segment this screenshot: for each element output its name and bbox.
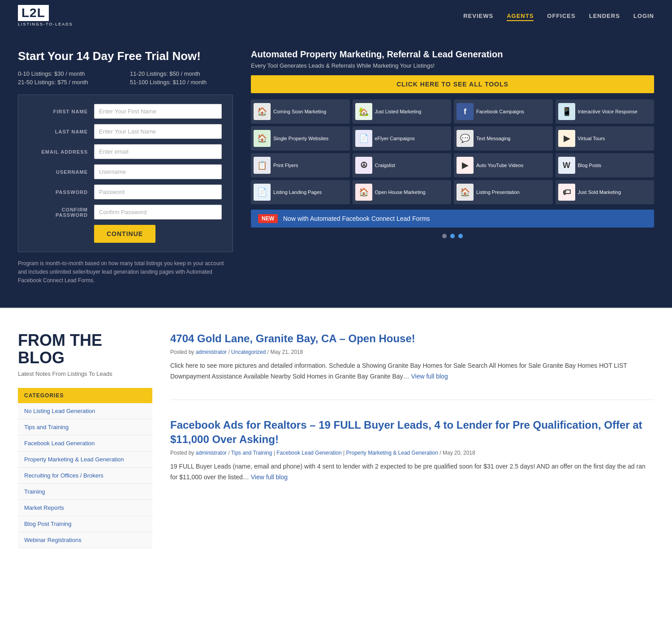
email-input[interactable] (94, 144, 222, 159)
category-item-0[interactable]: No Listing Lead Generation (18, 403, 152, 419)
nav-link-offices[interactable]: OFFICES (547, 13, 575, 19)
nav-item-reviews[interactable]: REVIEWS (463, 12, 493, 20)
continue-button[interactable]: CONTINUE (94, 225, 155, 243)
category-item-7[interactable]: Blog Post Training (18, 516, 152, 532)
tool-item-11[interactable]: W Blog Posts (556, 153, 655, 177)
nav-item-agents[interactable]: AGENTS (507, 12, 534, 20)
pricing-0-10: 0-10 Listings: $30 / month (18, 70, 121, 77)
pricing-11-20: 11-20 Listings: $50 / month (130, 70, 233, 77)
tool-label-3: Interactive Voice Response (578, 108, 638, 115)
nav-link-reviews[interactable]: REVIEWS (463, 13, 493, 19)
post-1-body: 19 FULL Buyer Leads (name, email and pho… (170, 461, 654, 483)
form-title: Start Your 14 Day Free Trial Now! (18, 49, 233, 63)
blog-post-0: 4704 Gold Lane, Granite Bay, CA – Open H… (170, 331, 654, 400)
tools-grid: 🏠 Coming Soon Marketing 🏡 Just Listed Ma… (251, 99, 654, 204)
category-item-6[interactable]: Market Reports (18, 500, 152, 516)
category-item-2[interactable]: Facebook Lead Generation (18, 435, 152, 452)
nav-item-lenders[interactable]: LENDERS (589, 12, 620, 20)
email-row: EMAIL ADDRESS (29, 144, 222, 159)
nav-link-lenders[interactable]: LENDERS (589, 13, 620, 19)
logo-subtitle: LISTINGS-TO-LEADS (18, 22, 73, 26)
blog-posts: 4704 Gold Lane, Granite Bay, CA – Open H… (170, 331, 654, 548)
tool-icon-15: 🏷 (558, 184, 575, 201)
nav-item-offices[interactable]: OFFICES (547, 12, 575, 20)
post-1-cat-2[interactable]: Facebook Lead Generation (276, 450, 341, 456)
tool-label-14: Listing Presentation (476, 189, 520, 195)
category-item-4[interactable]: Recruiting for Offices / Brokers (18, 468, 152, 484)
tool-item-5[interactable]: 📄 eFlyer Campaigns (353, 126, 452, 151)
post-1-meta: Posted by administrator / Tips and Train… (170, 450, 654, 456)
post-0-view-full[interactable]: View full blog (411, 373, 448, 380)
confirm-password-input[interactable] (94, 205, 222, 219)
blog-post-1: Facebook Ads for Realtors – 19 FULL Buye… (170, 418, 654, 500)
first-name-label: FIRST NAME (29, 109, 94, 114)
tool-icon-10: ▶ (457, 157, 474, 174)
logo-text: L2L (18, 5, 49, 21)
tool-item-15[interactable]: 🏷 Just Sold Marketing (556, 180, 655, 204)
tool-item-3[interactable]: 📱 Interactive Voice Response (556, 99, 655, 124)
tool-item-14[interactable]: 🏠 Listing Presentation (454, 180, 553, 204)
post-0-category[interactable]: Uncategorized (231, 349, 266, 355)
tools-section: Automated Property Marketing, Referral &… (251, 49, 654, 238)
post-0-date: May 21, 2018 (270, 349, 303, 355)
category-item-3[interactable]: Property Marketing & Lead Generation (18, 452, 152, 468)
tool-icon-14: 🏠 (457, 184, 474, 201)
tool-icon-5: 📄 (355, 130, 372, 147)
tool-item-12[interactable]: 📄 Listing Landing Pages (251, 180, 350, 204)
post-1-cat-3[interactable]: Property Marketing & Lead Generation (346, 450, 438, 456)
tool-icon-4: 🏠 (254, 130, 271, 147)
post-1-view-full[interactable]: View full blog (251, 473, 288, 481)
tool-item-1[interactable]: 🏡 Just Listed Marketing (353, 99, 452, 124)
tools-cta-button[interactable]: CLICK HERE TO SEE ALL TOOLS (251, 75, 654, 93)
post-1-author[interactable]: administrator (196, 450, 227, 456)
pricing-21-50: 21-50 Listings: $75 / month (18, 79, 121, 86)
post-1-title[interactable]: Facebook Ads for Realtors – 19 FULL Buye… (170, 418, 654, 446)
tool-item-10[interactable]: ▶ Auto YouTube Videos (454, 153, 553, 177)
nav-link-agents[interactable]: AGENTS (507, 13, 534, 21)
last-name-input[interactable] (94, 124, 222, 139)
post-0-title[interactable]: 4704 Gold Lane, Granite Bay, CA – Open H… (170, 331, 654, 345)
tool-icon-13: 🏠 (355, 184, 372, 201)
tool-icon-0: 🏠 (254, 103, 271, 120)
tool-icon-1: 🏡 (355, 103, 372, 120)
tool-icon-7: ▶ (558, 130, 575, 147)
post-0-author[interactable]: administrator (196, 349, 227, 355)
tool-label-12: Listing Landing Pages (273, 189, 322, 195)
password-input[interactable] (94, 185, 222, 199)
first-name-input[interactable] (94, 104, 222, 119)
registration-form-section: Start Your 14 Day Free Trial Now! 0-10 L… (18, 49, 233, 285)
tool-item-7[interactable]: ▶ Virtual Tours (556, 126, 655, 151)
dot-1[interactable] (442, 234, 447, 238)
username-label: USERNAME (29, 169, 94, 175)
category-item-8[interactable]: Webinar Registrations (18, 532, 152, 548)
form-note: Program is month-to-month based on how m… (18, 259, 233, 285)
tool-label-1: Just Listed Marketing (375, 108, 422, 115)
post-0-body: Click here to see more pictures and deta… (170, 361, 654, 382)
carousel-dots (251, 234, 654, 238)
post-1-cat-1[interactable]: Tips and Training (231, 450, 272, 456)
password-label: PASSWORD (29, 189, 94, 195)
tool-item-2[interactable]: f Facebook Campaigns (454, 99, 553, 124)
tools-subtitle: Every Tool Generates Leads & Referrals W… (251, 62, 654, 69)
hero-section: Start Your 14 Day Free Trial Now! 0-10 L… (0, 31, 672, 308)
tool-item-0[interactable]: 🏠 Coming Soon Marketing (251, 99, 350, 124)
nav-item-login[interactable]: LOGIN (633, 12, 654, 20)
username-input[interactable] (94, 164, 222, 179)
tool-item-4[interactable]: 🏠 Single Property Websites (251, 126, 350, 151)
blog-title: FROM THE BLOG (18, 331, 152, 367)
logo[interactable]: L2L LISTINGS-TO-LEADS (18, 5, 73, 26)
category-item-1[interactable]: Tips and Training (18, 419, 152, 435)
tool-label-11: Blog Posts (578, 162, 602, 168)
categories-header: CATEGORIES (18, 388, 152, 403)
dot-2[interactable] (450, 234, 455, 238)
tool-item-6[interactable]: 💬 Text Messaging (454, 126, 553, 151)
blog-section: FROM THE BLOG Latest Notes From Listings… (0, 308, 672, 571)
pricing-grid: 0-10 Listings: $30 / month 11-20 Listing… (18, 70, 233, 86)
nav-link-login[interactable]: LOGIN (633, 13, 654, 19)
tool-item-8[interactable]: 📋 Print Flyers (251, 153, 350, 177)
dot-3[interactable] (458, 234, 463, 238)
tool-item-9[interactable]: ☮ Craigslist (353, 153, 452, 177)
new-banner: NEW Now with Automated Facebook Connect … (251, 210, 654, 228)
category-item-5[interactable]: Training (18, 484, 152, 500)
tool-item-13[interactable]: 🏠 Open House Marketing (353, 180, 452, 204)
